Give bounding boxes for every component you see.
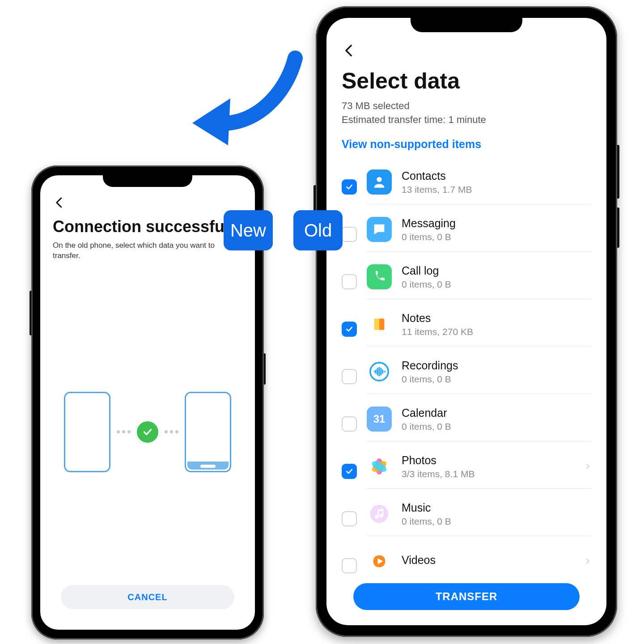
list-item-photos[interactable]: Photos 3/3 items, 8.1 MB — [342, 448, 591, 495]
data-category-list: Contacts 13 items, 1.7 MB Messaging 0 it… — [342, 163, 591, 576]
row-subtitle: 3/3 items, 8.1 MB — [402, 469, 574, 479]
videos-icon — [367, 549, 392, 574]
old-phone-device: Select data 73 MB selected Estimated tra… — [316, 6, 617, 637]
new-phone-icon — [64, 392, 110, 472]
old-phone-tag: Old — [293, 210, 343, 250]
checkbox-music[interactable] — [342, 511, 357, 526]
pairing-graphic — [53, 279, 242, 585]
list-item-messaging[interactable]: Messaging 0 items, 0 B — [342, 211, 591, 258]
contacts-icon — [367, 169, 392, 195]
svg-point-7 — [370, 505, 388, 523]
page-subtitle: On the old phone, select which data you … — [53, 241, 242, 261]
list-item-music[interactable]: Music 0 items, 0 B — [342, 495, 591, 542]
row-subtitle: 13 items, 1.7 MB — [402, 184, 574, 195]
row-title: Photos — [402, 454, 574, 467]
row-subtitle: 0 items, 0 B — [402, 421, 574, 432]
cancel-button[interactable]: CANCEL — [61, 585, 234, 609]
checkbox-messaging[interactable] — [342, 227, 357, 242]
svg-rect-2 — [379, 318, 384, 330]
new-phone-tag: New — [224, 210, 273, 250]
checkbox-contacts[interactable] — [342, 179, 357, 195]
chevron-right-icon — [584, 463, 591, 470]
checkbox-recordings[interactable] — [342, 369, 357, 384]
transfer-button[interactable]: TRANSFER — [353, 583, 580, 610]
checkbox-calllog[interactable] — [342, 274, 357, 289]
selection-summary: 73 MB selected Estimated transfer time: … — [342, 99, 591, 127]
checkbox-photos[interactable] — [342, 464, 357, 479]
view-non-supported-link[interactable]: View non-supported items — [342, 138, 591, 151]
messaging-icon — [367, 217, 392, 242]
chevron-right-icon — [584, 558, 591, 565]
photos-icon — [367, 454, 392, 479]
row-title: Calendar — [402, 407, 574, 419]
row-title: Call log — [402, 264, 574, 277]
back-button[interactable] — [342, 43, 357, 58]
row-title: Messaging — [402, 217, 574, 230]
transfer-direction-arrow — [179, 45, 313, 157]
calllog-icon — [367, 264, 392, 289]
row-title: Videos — [402, 554, 574, 567]
list-item-recordings[interactable]: Recordings 0 items, 0 B — [342, 353, 591, 400]
row-subtitle: 11 items, 270 KB — [402, 326, 574, 337]
old-phone-icon — [185, 392, 231, 472]
list-item-videos[interactable]: Videos — [342, 542, 591, 576]
checkbox-notes[interactable] — [342, 322, 357, 337]
recordings-icon — [367, 359, 392, 384]
notes-icon — [367, 312, 392, 337]
row-subtitle: 0 items, 0 B — [402, 374, 574, 385]
checkbox-videos[interactable] — [342, 558, 357, 573]
list-item-notes[interactable]: Notes 11 items, 270 KB — [342, 305, 591, 353]
row-title: Music — [402, 501, 574, 514]
row-title: Contacts — [402, 169, 574, 182]
row-title: Recordings — [402, 359, 574, 372]
list-item-calendar[interactable]: 31 Calendar 0 items, 0 B — [342, 400, 591, 448]
calendar-icon: 31 — [367, 407, 392, 432]
list-item-contacts[interactable]: Contacts 13 items, 1.7 MB — [342, 163, 591, 211]
row-subtitle: 0 items, 0 B — [402, 279, 574, 290]
list-item-calllog[interactable]: Call log 0 items, 0 B — [342, 258, 591, 305]
row-subtitle: 0 items, 0 B — [402, 516, 574, 527]
back-button[interactable] — [53, 196, 66, 209]
svg-point-0 — [377, 177, 381, 182]
checkbox-calendar[interactable] — [342, 416, 357, 432]
success-check-icon — [137, 421, 158, 443]
page-title: Connection successful — [53, 217, 242, 236]
music-icon — [367, 501, 392, 526]
row-title: Notes — [402, 312, 574, 325]
page-title: Select data — [342, 68, 591, 94]
row-subtitle: 0 items, 0 B — [402, 232, 574, 242]
